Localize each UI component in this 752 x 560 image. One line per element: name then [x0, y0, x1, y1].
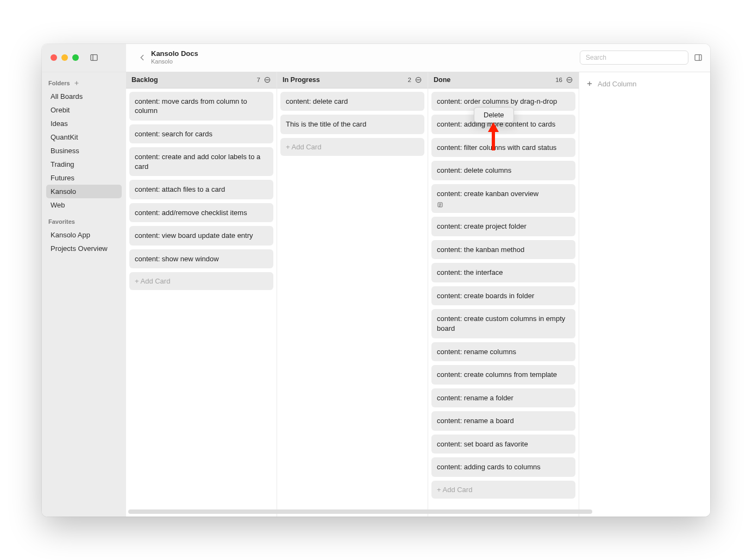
column-title: In Progress	[283, 76, 320, 84]
card-title: content: the kanban method	[437, 245, 570, 255]
card[interactable]: content: the interface	[431, 263, 575, 282]
card-title: content: show new window	[135, 254, 268, 264]
window-controls	[51, 54, 79, 61]
body: Folders All BoardsOrebitIdeasQuantKitBus…	[42, 72, 710, 517]
sidebar-item[interactable]: Futures	[46, 171, 122, 185]
close-window-button[interactable]	[51, 54, 57, 61]
column-header[interactable]: In Progress2	[277, 72, 428, 89]
card[interactable]: content: create columns from template	[431, 365, 575, 385]
sidebar-favorite-item[interactable]: Projects Overview	[46, 242, 122, 255]
column-body: content: order columns by drag-n-dropcon…	[428, 89, 579, 517]
sidebar-toggle-icon[interactable]	[90, 53, 98, 62]
back-button[interactable]	[134, 53, 151, 62]
card[interactable]: content: filter columns with card status	[431, 138, 575, 158]
sidebar-favorite-item[interactable]: Kansolo App	[46, 228, 122, 242]
column-header[interactable]: Done16	[428, 72, 579, 89]
card-title: content: create custom columns in empty …	[437, 314, 570, 333]
card[interactable]: content: delete card	[280, 92, 424, 111]
minimize-window-button[interactable]	[61, 54, 68, 61]
sidebar-item[interactable]: Orebit	[46, 103, 122, 117]
search-input[interactable]	[580, 51, 688, 65]
card-title: content: the interface	[437, 268, 570, 278]
column-menu-icon[interactable]	[415, 76, 422, 84]
kanban-column: In Progress2content: delete cardThis is …	[277, 72, 428, 517]
card-title: content: adding cards to columns	[437, 462, 570, 472]
card-title: This is the title of the card	[286, 119, 419, 129]
sidebar-folders-label: Folders	[48, 80, 70, 86]
column-count: 16	[555, 77, 566, 83]
sidebar-item[interactable]: All Boards	[46, 90, 122, 103]
hscroll-thumb[interactable]	[128, 509, 592, 514]
sidebar-item[interactable]: Kansolo	[46, 185, 122, 198]
add-card-button[interactable]: + Add Card	[280, 138, 424, 156]
card[interactable]: content: search for cards	[129, 124, 273, 144]
card[interactable]: content: create project folder	[431, 217, 575, 236]
card[interactable]: content: view board update date entry	[129, 226, 273, 246]
add-card-button[interactable]: + Add Card	[431, 481, 575, 499]
sidebar-item[interactable]: Web	[46, 198, 122, 212]
card[interactable]: content: delete columns	[431, 161, 575, 180]
card-title: content: rename a folder	[437, 393, 570, 403]
card[interactable]: content: create and add color labels to …	[129, 147, 273, 176]
card[interactable]: content: add/remove checklist items	[129, 203, 273, 223]
titlebar-main-zone: Kansolo Docs Kansolo	[126, 50, 710, 65]
sidebar-item[interactable]: QuantKit	[46, 130, 122, 144]
context-menu[interactable]: Delete	[474, 107, 514, 123]
card-title: content: view board update date entry	[135, 231, 268, 241]
card-title: content: create boards in folder	[437, 291, 570, 301]
card[interactable]: content: rename a folder	[431, 388, 575, 408]
card-title: content: delete columns	[437, 166, 570, 175]
column-count: 2	[408, 77, 415, 83]
card[interactable]: content: show new window	[129, 249, 273, 269]
column-menu-icon[interactable]	[264, 76, 271, 84]
card[interactable]: content: rename a board	[431, 411, 575, 431]
hscroll-track	[128, 509, 708, 515]
card-title: content: attach files to a card	[135, 185, 268, 194]
svg-point-15	[568, 80, 568, 80]
add-card-button[interactable]: + Add Card	[129, 272, 273, 290]
card[interactable]: This is the title of the card	[280, 115, 424, 134]
svg-point-7	[266, 80, 266, 80]
sidebar-item[interactable]: Ideas	[46, 117, 122, 130]
board-title: Kansolo Docs	[151, 50, 198, 58]
card-title: content: filter columns with card status	[437, 143, 570, 153]
card[interactable]: content: move cards from column to colum…	[129, 92, 273, 121]
sidebar-item[interactable]: Trading	[46, 158, 122, 171]
card-title: content: create columns from template	[437, 370, 570, 380]
card-title: content: search for cards	[135, 129, 268, 139]
card-title: content: move cards from column to colum…	[135, 97, 268, 116]
card-title: content: rename a board	[437, 416, 570, 426]
card[interactable]: content: rename columns	[431, 342, 575, 362]
add-folder-icon[interactable]	[73, 80, 80, 86]
titlebar-right	[580, 51, 703, 65]
card-title: content: create kanban overview	[437, 189, 570, 199]
column-header[interactable]: Backlog7	[126, 72, 277, 89]
sidebar-item[interactable]: Business	[46, 144, 122, 158]
card-title: content: delete card	[286, 97, 419, 106]
app-window: Kansolo Docs Kansolo Folders All BoardsO…	[42, 44, 710, 517]
column-menu-icon[interactable]	[566, 76, 573, 84]
card[interactable]: content: create boards in folder	[431, 286, 575, 306]
context-menu-delete[interactable]: Delete	[476, 109, 512, 121]
card[interactable]: content: create custom columns in empty …	[431, 309, 575, 338]
svg-point-13	[419, 80, 420, 80]
card[interactable]: content: the kanban method	[431, 240, 575, 260]
column-title: Backlog	[131, 76, 158, 84]
columns-area[interactable]: Backlog7content: move cards from column …	[126, 72, 710, 517]
add-column-button[interactable]: Add Column	[586, 80, 681, 88]
card[interactable]: content: attach files to a card	[129, 180, 273, 199]
svg-rect-2	[695, 55, 701, 61]
card[interactable]: content: create kanban overview	[431, 184, 575, 213]
add-column-label: Add Column	[598, 80, 637, 88]
column-title: Done	[434, 76, 450, 84]
inspector-toggle-icon[interactable]	[694, 53, 703, 62]
column-body: content: delete cardThis is the title of…	[277, 89, 428, 517]
card-title: content: create project folder	[437, 222, 570, 231]
note-icon	[437, 202, 570, 208]
sidebar-favorites-header: Favorites	[46, 212, 122, 228]
add-column-area: Add Column	[579, 72, 688, 517]
card[interactable]: content: adding cards to columns	[431, 457, 575, 477]
card[interactable]: content: set board as favorite	[431, 435, 575, 454]
title-block: Kansolo Docs Kansolo	[151, 50, 198, 65]
fullscreen-window-button[interactable]	[72, 54, 79, 61]
